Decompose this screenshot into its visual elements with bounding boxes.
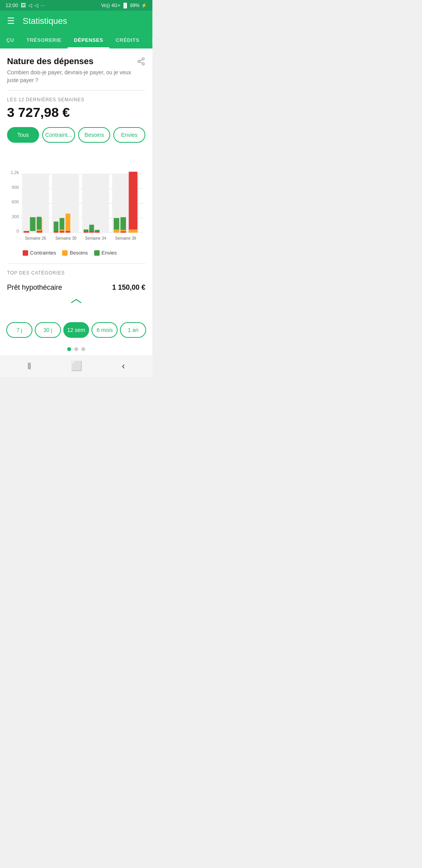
period-6mois[interactable]: 6 mois	[91, 322, 118, 338]
network-type: 4G+	[111, 3, 120, 8]
chart-svg: 0 300 600 900 1,2k	[7, 152, 145, 246]
dot-3	[81, 347, 85, 351]
divider-1	[7, 90, 145, 91]
app-header: ☰ Statistiques	[0, 11, 152, 32]
home-button[interactable]: ⬜	[71, 360, 82, 371]
svg-text:0: 0	[16, 229, 19, 233]
svg-rect-44	[114, 230, 119, 233]
svg-rect-48	[129, 172, 138, 233]
status-time: 12:00 🖼 ◁ ◁ ···	[5, 2, 45, 8]
svg-text:300: 300	[12, 214, 19, 219]
tab-tresorerie[interactable]: TRÉSORERIE	[20, 32, 68, 48]
svg-rect-25	[37, 231, 41, 233]
dot-2	[74, 347, 78, 351]
title-block: Nature des dépenses Combien dois-je paye…	[7, 56, 137, 84]
svg-line-4	[140, 59, 142, 61]
svg-rect-19	[23, 231, 29, 233]
period-label: LES 12 DERNIÈRES SEMAINES	[7, 97, 145, 102]
legend-contraintes: Contraintes	[23, 250, 56, 256]
pagination-dots	[0, 343, 152, 355]
svg-rect-28	[54, 231, 58, 233]
menu-button[interactable]: ☰	[7, 16, 15, 26]
tab-navigation: ÇU TRÉSORERIE DÉPENSES CRÉDITS RAPPO...	[0, 32, 152, 48]
svg-rect-20	[30, 217, 36, 231]
period-12sem[interactable]: 12 sem	[63, 322, 89, 338]
network-label: Vo))	[101, 3, 110, 8]
tab-depenses[interactable]: DÉPENSES	[68, 32, 109, 48]
svg-text:Semaine 30: Semaine 30	[55, 236, 77, 240]
filter-row: Tous Contraint... Besoins Envies	[7, 127, 145, 143]
title-row: Nature des dépenses Combien dois-je paye…	[7, 56, 145, 84]
share-button[interactable]	[137, 57, 145, 68]
main-content: Nature des dépenses Combien dois-je paye…	[0, 48, 152, 317]
svg-text:Semaine 26: Semaine 26	[25, 236, 46, 240]
status-bar: 12:00 🖼 ◁ ◁ ··· Vo)) 4G+ ▐▌ 89% ⚡	[0, 0, 152, 11]
section-title: Nature des dépenses	[7, 56, 137, 66]
recent-apps-button[interactable]: ⦀	[27, 360, 31, 371]
svg-line-3	[140, 62, 142, 63]
legend-besoins-label: Besoins	[70, 250, 88, 256]
period-scroll: 7 j 30 j 12 sem 6 mois 1 an	[0, 317, 152, 343]
period-7j[interactable]: 7 j	[6, 322, 32, 338]
period-1an[interactable]: 1 an	[120, 322, 146, 338]
svg-rect-17	[82, 174, 109, 233]
besoins-color	[62, 250, 68, 256]
legend-envies: Envies	[94, 250, 117, 256]
svg-rect-26	[37, 230, 41, 231]
navigation2-icon: ◁	[34, 2, 38, 8]
svg-text:900: 900	[12, 185, 19, 190]
more-icon: ···	[41, 2, 45, 8]
legend-besoins: Besoins	[62, 250, 88, 256]
category-amount: 1 150,00 €	[112, 283, 145, 292]
envies-color	[94, 250, 100, 256]
scroll-up-indicator[interactable]	[7, 295, 145, 309]
svg-text:600: 600	[12, 199, 19, 204]
bar-chart: 0 300 600 900 1,2k	[7, 152, 145, 246]
tab-rapports[interactable]: RAPPO...	[146, 32, 152, 48]
navigation-bar: ⦀ ⬜ ‹	[0, 355, 152, 377]
svg-rect-37	[84, 231, 88, 233]
svg-text:1,2k: 1,2k	[11, 170, 19, 175]
chart-legend: Contraintes Besoins Envies	[7, 250, 145, 256]
filter-tous[interactable]: Tous	[7, 127, 39, 143]
filter-envies[interactable]: Envies	[113, 127, 145, 143]
period-30j[interactable]: 30 j	[35, 322, 61, 338]
svg-rect-34	[66, 231, 70, 233]
svg-rect-33	[66, 214, 70, 231]
svg-rect-29	[54, 222, 58, 231]
navigation-icon: ◁	[28, 2, 32, 8]
tab-recu[interactable]: ÇU	[0, 32, 20, 48]
filter-contraintes[interactable]: Contraint...	[42, 127, 75, 143]
section-subtitle: Combien dois-je payer, devrais-je payer,…	[7, 69, 137, 84]
svg-rect-49	[129, 230, 138, 233]
filter-besoins[interactable]: Besoins	[78, 127, 110, 143]
top-categories-label: TOP DES CATÉGORIES	[7, 270, 145, 276]
svg-rect-47	[120, 231, 126, 233]
svg-rect-32	[60, 231, 64, 233]
photo-icon: 🖼	[21, 2, 26, 8]
category-name: Prêt hypothécaire	[7, 283, 62, 292]
status-right: Vo)) 4G+ ▐▌ 89% ⚡	[101, 3, 147, 8]
svg-rect-30	[60, 218, 64, 231]
svg-text:Semaine 38: Semaine 38	[115, 236, 136, 240]
dot-1	[67, 347, 71, 351]
tab-credits[interactable]: CRÉDITS	[109, 32, 146, 48]
back-button[interactable]: ‹	[122, 360, 125, 371]
time-display: 12:00	[5, 2, 18, 8]
battery-icon: ⚡	[141, 3, 147, 8]
contraintes-color	[23, 250, 28, 256]
signal-icon: ▐▌	[122, 3, 129, 8]
svg-text:Semaine 34: Semaine 34	[85, 236, 106, 240]
legend-envies-label: Envies	[102, 250, 117, 256]
amount-display: 3 727,98 €	[7, 105, 145, 120]
divider-2	[7, 264, 145, 264]
svg-rect-39	[89, 231, 94, 233]
legend-contraintes-label: Contraintes	[30, 250, 56, 256]
svg-rect-41	[95, 231, 100, 233]
page-title: Statistiques	[23, 16, 67, 26]
category-row: Prêt hypothécaire 1 150,00 €	[7, 280, 145, 295]
battery-display: 89%	[130, 3, 139, 8]
